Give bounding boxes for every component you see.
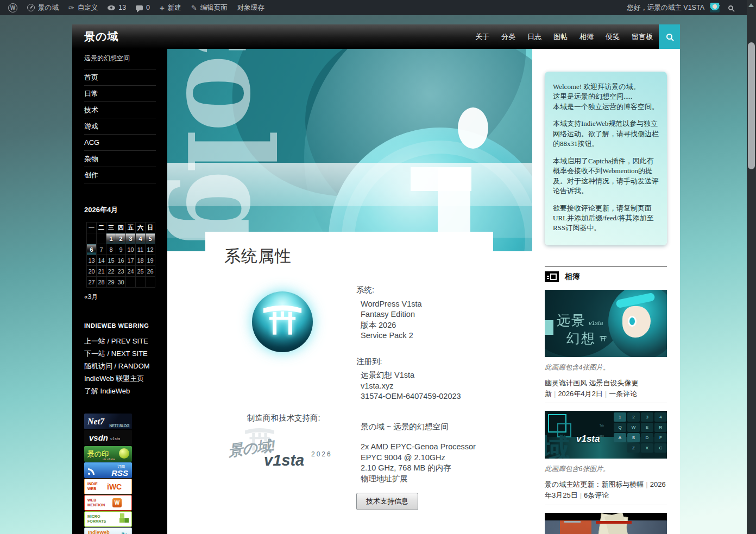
wp-logo-menu[interactable]: W — [3, 0, 22, 15]
keyboard-key: 1 — [614, 412, 626, 422]
calendar-day: 9 — [116, 244, 126, 255]
info-line: WordPress V1sta — [361, 299, 532, 310]
webring-link-0[interactable]: 上一站 / PREV SITE — [84, 337, 156, 346]
calendar-day-link[interactable]: 4 — [136, 233, 146, 244]
calendar-day: 28 — [97, 277, 106, 288]
keyboard-grid: 1234QWERASDFZXC — [606, 412, 667, 454]
badge-vsdn[interactable]: vsdnv1sta — [84, 430, 132, 446]
albums-widget-header: 相簿 — [545, 271, 667, 282]
system-label: 系统: — [356, 285, 532, 296]
scrollbar-up-arrow-icon[interactable] — [748, 3, 754, 7]
sidebar-menu-item-2[interactable]: 技术 — [84, 101, 156, 118]
calendar-title: 2026年4月 — [84, 205, 156, 215]
admin-views[interactable]: 13 — [103, 0, 131, 15]
system-properties: 制造商和技术支持商: 景の域! v1sta 2026 — [167, 285, 532, 510]
calendar-day-link[interactable]: 5 — [146, 233, 155, 244]
search-toggle-button[interactable] — [659, 24, 680, 49]
logo-brand: v1sta — [264, 452, 304, 469]
scrollbar-thumb[interactable] — [748, 42, 755, 169]
calendar-prev-month-link[interactable]: «3月 — [84, 293, 156, 302]
nav-item-4[interactable]: 相簿 — [574, 24, 600, 49]
paintbrush-icon: ✑ — [68, 4, 74, 12]
overlay-brand: v1sta — [576, 434, 600, 444]
sidebar-menu-item-6[interactable]: 创作 — [84, 167, 156, 183]
nav-item-3[interactable]: 图帖 — [547, 24, 574, 49]
sidebar-menu-item-1[interactable]: 日常 — [84, 85, 156, 101]
tech-support-button[interactable]: 技术支持信息 — [356, 493, 418, 510]
keyboard-key: W — [627, 423, 640, 432]
welcome-line: 本域支持IndieWeb规范以参与独立网络运动。欲了解，请寻找侧边栏的88x31… — [553, 119, 659, 149]
admin-customize[interactable]: ✑ 自定义 — [64, 0, 103, 15]
album-caption: 此画廊包含4张图片。 — [545, 363, 667, 372]
nav-item-5[interactable]: 便笺 — [600, 24, 626, 49]
admin-new[interactable]: + 新建 — [155, 0, 186, 15]
calendar-week-row: 27282930 — [87, 277, 155, 288]
edit-page-label: 编辑页面 — [200, 3, 228, 12]
badge-microformats[interactable]: MICRO FORMATS — [84, 511, 132, 527]
album-item-1: 域v1sta1234QWERASDFZXCTabCaps此画廊包含6张图片。景の… — [545, 403, 667, 501]
album-link[interactable]: 景の域主站更新：新图标与横幅|2026年3月25日|6条评论 — [545, 479, 667, 501]
keyboard-row: 1234 — [606, 412, 667, 422]
webring-link-2[interactable]: 随机访问 / RANDOM — [84, 362, 156, 371]
album-link[interactable]: 幽灵诡计画风 远景自设头像更新|2026年4月2日|一条评论 — [545, 378, 667, 399]
main-content: colgrapho 系统属性 — [167, 49, 532, 534]
welcome-line: 欲要接收评论更新，请复制页面URL并添加后缀/feed/将其添加至RSS订阅器中… — [553, 204, 659, 233]
calendar-weekday: 三 — [106, 223, 116, 233]
new-label: 新建 — [168, 3, 181, 12]
badge-net7[interactable]: Net7NET7.BLOG — [84, 414, 132, 429]
album-image-keys[interactable]: 域v1sta1234QWERASDFZXCTabCaps — [545, 411, 667, 459]
admin-greeting[interactable]: 您好，远景の域主 V1STA — [627, 3, 704, 12]
calendar-day-today[interactable]: 6 — [87, 244, 97, 255]
calendar-day-link[interactable]: 2 — [116, 233, 126, 244]
calendar-day: 23 — [116, 266, 126, 277]
sidebar-menu-item-4[interactable]: ACG — [84, 134, 156, 150]
site-title[interactable]: 景の域 — [84, 29, 118, 44]
webring-link-4[interactable]: 了解 IndieWeb — [84, 387, 156, 396]
webring-link-3[interactable]: IndieWeb 联盟主页 — [84, 374, 156, 383]
album-item-0: 远景v1sta幻想此画廊包含4张图片。幽灵诡计画风 远景自设头像更新|2026年… — [545, 290, 667, 399]
admin-search-icon[interactable] — [728, 5, 733, 10]
badge-list: Net7NET7.BLOGvsdnv1sta景の印uk.v1sta订阅RSSIN… — [84, 414, 156, 534]
primary-sidebar: 远景的幻想空间 首页日常技术游戏ACG杂物创作 2026年4月 一二三四五六日 … — [72, 49, 167, 534]
badge-kagenoin[interactable]: 景の印uk.v1sta — [84, 446, 132, 462]
badge-rss[interactable]: 订阅RSS — [84, 462, 132, 478]
calendar-day-link[interactable]: 3 — [126, 233, 136, 244]
admin-edit-page[interactable]: ✎ 编辑页面 — [186, 0, 232, 15]
nav-item-0[interactable]: 关于 — [469, 24, 495, 49]
welcome-paragraph-1: 本域支持IndieWeb规范以参与独立网络运动。欲了解，请寻找侧边栏的88x31… — [553, 119, 659, 149]
calendar-weekday: 五 — [126, 223, 136, 233]
album-image-anime[interactable] — [545, 513, 667, 534]
registered-label: 注册到: — [356, 357, 532, 367]
admin-comments[interactable]: 0 — [131, 0, 155, 15]
nav-item-2[interactable]: 日志 — [521, 24, 547, 49]
admin-site-name[interactable]: 景の域 — [22, 0, 64, 15]
webring-link-1[interactable]: 下一站 / NEXT SITE — [84, 349, 156, 358]
calendar-widget: 2026年4月 一二三四五六日 123456789101112131415161… — [84, 205, 156, 302]
admin-object-cache[interactable]: 对象缓存 — [232, 0, 269, 15]
sidebar-menu-item-5[interactable]: 杂物 — [84, 150, 156, 167]
info-line: EPYC 9004 @ 2.10GHz — [361, 453, 532, 463]
badge-webring[interactable]: IndieWebWebring — [84, 527, 132, 534]
album-image-girl[interactable]: 远景v1sta幻想 — [545, 290, 667, 357]
user-avatar[interactable] — [710, 3, 720, 12]
separator: | — [578, 491, 584, 499]
sidebar-menu-item-3[interactable]: 游戏 — [84, 118, 156, 134]
calendar-day — [97, 233, 106, 244]
calendar-day-link[interactable]: 1 — [106, 233, 116, 244]
sidebar-menu-item-0[interactable]: 首页 — [84, 69, 156, 85]
keyboard-key: Z — [627, 443, 640, 453]
welcome-line: 本域是一个独立运营的博客空间。 — [553, 102, 659, 112]
calendar-day: 17 — [126, 255, 136, 266]
nav-item-6[interactable]: 留言板 — [626, 24, 659, 49]
nav-item-1[interactable]: 分类 — [495, 24, 521, 49]
info-line: 2.10 GHz, 768 MB 的内存 — [361, 463, 532, 474]
comment-bubble-icon — [136, 5, 143, 10]
scrollbar[interactable] — [747, 0, 756, 534]
anime-decor — [596, 521, 632, 524]
featured-image-banner[interactable]: colgrapho — [167, 49, 532, 251]
content-sidebar: Welcome! 欢迎拜访景の域。这里是远景的幻想空间.....本域是一个独立运… — [532, 49, 680, 534]
badge-iwc[interactable]: INDIE WEBiWC — [84, 479, 132, 494]
v1sta-logo: 景の域! v1sta 2026 — [167, 430, 356, 479]
calendar-day: 10 — [126, 244, 136, 255]
badge-webmention[interactable]: WEB MENTIONW — [84, 495, 132, 511]
